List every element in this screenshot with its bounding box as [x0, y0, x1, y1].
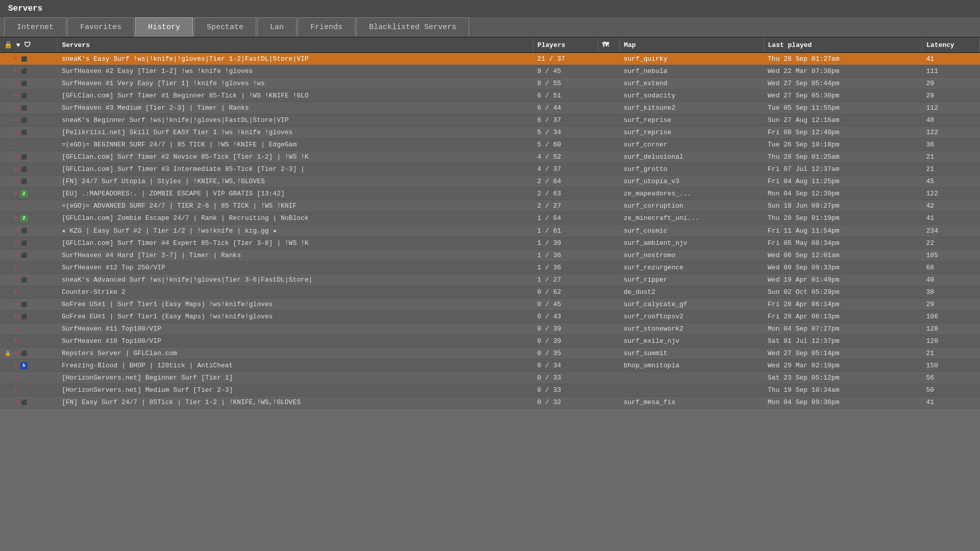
col-header-map[interactable]: Map: [620, 38, 764, 53]
table-row[interactable]: ♥ [HorizonServers.net] Beginner Surf [Ti…: [0, 372, 980, 384]
tab-spectate[interactable]: Spectate: [194, 17, 256, 37]
table-row[interactable]: ♥⬛[GFLClan.com] Surf Timer #1 Beginner 8…: [0, 90, 980, 102]
fav-icon: ♥: [12, 277, 19, 284]
table-row[interactable]: ♥⬛[FN] 24/7 Surf Utopia | Styles | !KNIF…: [0, 176, 980, 188]
fav-icon: ♥: [12, 56, 19, 63]
cell-icons: ♥⬛: [0, 78, 58, 90]
cell-server-name: =(eGO)= BEGINNER SURF 24/7 | 85 TICK | !…: [58, 139, 533, 151]
table-row[interactable]: ♥Z[EU] .:MAPEADORES:. | ZOMBIE ESCAPE | …: [0, 188, 980, 200]
cell-players: 4 / 52: [533, 151, 598, 163]
col-header-latency[interactable]: Latency: [922, 38, 980, 53]
cell-icons: ♥: [0, 323, 58, 335]
col-header-players[interactable]: Players: [533, 38, 598, 53]
cell-map: surf_delusional: [620, 151, 764, 163]
lock-icon-empty: [4, 215, 11, 222]
cell-players: 4 / 37: [533, 163, 598, 176]
table-row[interactable]: ♥Z[GFLClan.com] Zombie Escape 24/7 | Ran…: [0, 212, 980, 224]
table-row[interactable]: ♥⬛SurfHeaven #3 Medium [Tier 2-3] | Time…: [0, 102, 980, 114]
server-icon: ⬛: [20, 313, 28, 320]
cell-map: surf_exile_njv: [620, 335, 764, 347]
table-row[interactable]: ♥bFreezing-Blood | BHOP | 128tick | Anti…: [0, 360, 980, 372]
col-header-icons[interactable]: 🔒 ♥ 🛡: [0, 38, 58, 53]
cell-server-name: SurfHeaven #3 Medium [Tier 2-3] | Timer …: [58, 102, 533, 114]
cell-latency: 29: [922, 90, 980, 102]
cell-latency: 111: [922, 65, 980, 78]
col-header-servers[interactable]: Servers: [58, 38, 533, 53]
cell-map-icon: [598, 188, 619, 200]
table-row[interactable]: ♥⬛[GFLClan.com] Surf Timer #3 Intermedia…: [0, 163, 980, 176]
cell-latency: 112: [922, 102, 980, 114]
cell-map: surf_rooftopsv2: [620, 311, 764, 323]
table-row[interactable]: ♥ =(eGO)= ADVANCED SURF 24/7 | TIER 2-6 …: [0, 200, 980, 212]
table-row[interactable]: ♥ SurfHeaven #12 Top 250/VIP1 / 36surf_r…: [0, 262, 980, 274]
col-header-lastplayed[interactable]: Last played: [764, 38, 922, 53]
server-icon: ⬛: [20, 80, 28, 87]
lock-icon-empty: [4, 178, 11, 185]
cell-icons: ♥⬛: [0, 298, 58, 311]
fav-icon: ♥: [12, 141, 19, 148]
cell-latency: 41: [922, 53, 980, 65]
lock-icon-empty: [4, 68, 11, 75]
cell-map: surf_quirky: [620, 53, 764, 65]
cell-server-name: [GFLClan.com] Surf Timer #4 Expert 85-Ti…: [58, 237, 533, 249]
cell-latency: 122: [922, 188, 980, 200]
table-row[interactable]: 🔒♥⬛Repsters Server | GFLClan.com0 / 35su…: [0, 347, 980, 360]
table-row[interactable]: ♥ SurfHeaven #10 Top100/VIP0 / 39surf_ex…: [0, 335, 980, 347]
server-icon-empty: [20, 325, 28, 333]
cell-icons: ♥⬛: [0, 151, 58, 163]
cell-players: 8 / 55: [533, 78, 598, 90]
cell-latency: 68: [922, 262, 980, 274]
table-row[interactable]: ♥⬛[Pelikriisi.net] Skill Surf EASY Tier …: [0, 127, 980, 139]
cell-map: surf_reprise: [620, 127, 764, 139]
cell-players: 6 / 51: [533, 90, 598, 102]
cell-map: bhop_omnitopia: [620, 360, 764, 372]
table-row[interactable]: ♥⬛SurfHeaven #2 Easy [Tier 1-2] !ws !kni…: [0, 65, 980, 78]
server-icon: ⬛: [20, 166, 28, 173]
table-row[interactable]: ♥⬛GoFree EU#1 | Surf Tier1 (Easy Maps) !…: [0, 311, 980, 323]
tab-friends[interactable]: Friends: [298, 17, 355, 37]
server-icon: ⬛: [20, 227, 28, 234]
cell-latency: 128: [922, 323, 980, 335]
tab-lan[interactable]: Lan: [257, 17, 297, 37]
cell-map: surf_summit: [620, 347, 764, 360]
lock-icon-empty: [4, 289, 11, 296]
tab-internet[interactable]: Internet: [4, 17, 66, 37]
server-icon-empty: [20, 264, 28, 271]
server-icon-empty: [20, 374, 28, 382]
table-row[interactable]: ♥⬛[GFLClan.com] Surf Timer #4 Expert 85-…: [0, 237, 980, 249]
cell-players: 0 / 34: [533, 360, 598, 372]
table-row[interactable]: ♥⬛GoFree US#1 | Surf Tier1 (Easy Maps) !…: [0, 298, 980, 311]
fav-icon: ♥: [12, 154, 19, 161]
table-row[interactable]: ♥⬛[GFLClan.com] Surf Timer #2 Novice 85-…: [0, 151, 980, 163]
cell-map-icon: [598, 90, 619, 102]
cell-players: 2 / 64: [533, 176, 598, 188]
table-row[interactable]: ♥⬛sneaK's Advanced Surf !ws|!knife|!glov…: [0, 274, 980, 286]
table-row[interactable]: ♥⬛sneaK's Easy Surf !ws|!knife|!gloves|T…: [0, 53, 980, 65]
cell-server-name: sneaK's Advanced Surf !ws|!knife|!gloves…: [58, 274, 533, 286]
cell-map-icon: [598, 372, 619, 384]
cell-lastplayed: Fri 08 Sep 12:40pm: [764, 127, 922, 139]
lock-icon-empty: [4, 252, 11, 259]
table-row[interactable]: ♥⬛SurfHeaven #1 Very Easy [Tier 1] !knif…: [0, 78, 980, 90]
fav-icon: ♥: [12, 190, 19, 197]
cell-latency: 29: [922, 78, 980, 90]
cell-icons: ♥⬛: [0, 176, 58, 188]
table-row[interactable]: ♥ [HorizonServers.net] Medium Surf [Tier…: [0, 384, 980, 396]
table-row[interactable]: ♥⬛★ KZG | Easy Surf #2 | Tier 1/2 | !ws!…: [0, 224, 980, 237]
table-row[interactable]: ♥ SurfHeaven #11 Top100/VIP0 / 39surf_st…: [0, 323, 980, 335]
table-row[interactable]: ♥⬛[FN] Easy Surf 24/7 | 85Tick | Tier 1-…: [0, 396, 980, 409]
col-header-map-icon[interactable]: 🗺: [598, 38, 619, 53]
table-row[interactable]: ♥⬛SurfHeaven #4 Hard [Tier 3-7] | Timer …: [0, 249, 980, 262]
lock-icon-empty: [4, 313, 11, 320]
table-row[interactable]: ♥ Counter-Strike 20 / 62de_dust2Sun 02 O…: [0, 286, 980, 298]
table-row[interactable]: ♥⬛sneaK's Beginner Surf !ws|!knife|!glov…: [0, 114, 980, 127]
tab-favorites[interactable]: Favorites: [67, 17, 134, 37]
cell-map: surf_nostromo: [620, 249, 764, 262]
table-row[interactable]: ♥ =(eGO)= BEGINNER SURF 24/7 | 85 TICK |…: [0, 139, 980, 151]
cell-players: 21 / 37: [533, 53, 598, 65]
fav-icon: ♥: [12, 215, 19, 222]
lock-icon-empty: [4, 240, 11, 247]
cell-icons: ♥⬛: [0, 224, 58, 237]
tab-history[interactable]: History: [135, 17, 193, 37]
tab-blacklisted[interactable]: Blacklisted Servers: [356, 17, 469, 37]
